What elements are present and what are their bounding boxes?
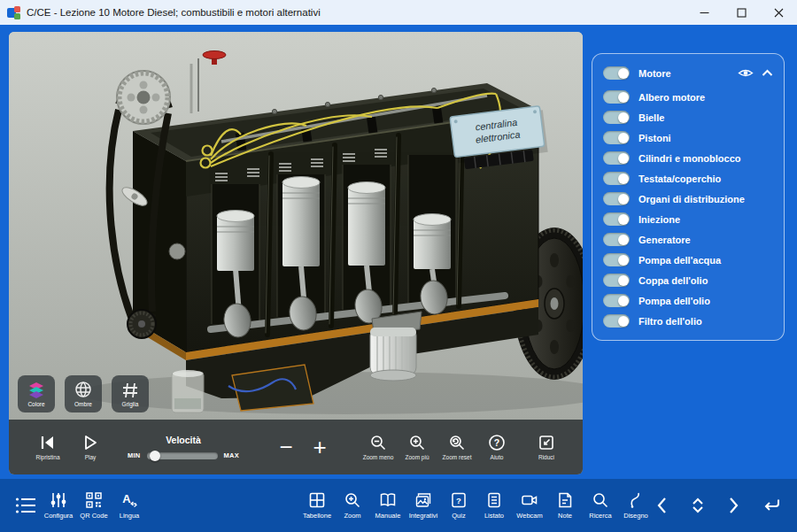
panel-row: Iniezione [603,209,773,229]
speed-slider-knob[interactable] [150,451,160,461]
toggle-pistoni[interactable] [603,131,630,144]
speed-control: Velocità MIN MAX [119,435,248,459]
ombre-label: Ombre [74,401,92,407]
nav-updown-button[interactable] [682,496,714,515]
toggle-generatore[interactable] [603,233,630,246]
play-button[interactable]: Play [71,434,110,460]
panel-row: Albero motore [603,87,773,107]
eye-icon[interactable] [738,67,754,79]
speed-increase-button[interactable]: + [303,438,337,456]
return-button[interactable] [753,496,790,515]
help-icon: ? [488,434,506,451]
play-icon [81,434,99,451]
zoom-reset-icon [448,434,466,451]
svg-text:A: A [122,492,131,505]
ombre-button[interactable]: Ombre [65,375,102,412]
zoom-in-icon [408,434,426,451]
oil-beaker [172,370,204,412]
lingua-button[interactable]: A Lingua [112,491,147,520]
listato-button[interactable]: Listato [476,491,512,520]
tabellone-button[interactable]: Tabellone [299,491,335,520]
chevrons-vertical-icon [688,496,708,515]
toggle-testata[interactable] [603,172,630,185]
webcam-button[interactable]: Webcam [512,491,547,520]
ricerca-button[interactable]: Ricerca [583,491,618,520]
table-grid-icon [308,491,326,509]
document-list-icon [485,491,503,509]
minimize-button[interactable] [685,0,723,25]
speed-slider[interactable] [147,452,218,459]
toggle-albero-motore[interactable] [603,90,630,104]
translate-icon: A [120,491,138,509]
toggle-filtro-olio[interactable] [603,314,630,328]
toggle-motore[interactable] [603,66,630,80]
panel-row: Coppa dell'olio [603,270,773,290]
quiz-button[interactable]: ? Quiz [441,491,476,520]
panel-row: Pompa dell'olio [603,290,773,311]
window-title: C/CE - Lezione 10 Motore Diesel; combust… [27,7,321,18]
sliders-icon [50,491,67,509]
menu-list-icon [14,496,37,515]
menu-button[interactable] [11,496,41,515]
speed-decrease-button[interactable]: − [269,438,303,456]
video-camera-icon [521,491,538,509]
quiz-card-icon: ? [450,491,468,509]
images-icon [414,491,432,509]
zoom-in-button[interactable]: Zoom più [398,434,436,460]
app-toolbar: Configura QR Code A Lingua Tabellone Zoo… [0,479,797,532]
magnifier-plus-icon [344,491,361,509]
help-button[interactable]: ? Aiuto [478,434,515,460]
minimize-icon [700,8,709,18]
panel-row: Pistoni [603,127,773,148]
maximize-icon [737,8,747,18]
engine-3d-scene[interactable]: centralina elettronica [9,32,583,420]
search-icon [592,491,609,509]
pen-icon [627,491,645,509]
panel-row: Testata/coperchio [603,168,773,189]
note-icon [556,491,574,509]
riduci-button[interactable]: Riduci [526,434,567,460]
collapse-chevron-icon[interactable] [762,69,773,77]
zoom-reset-button[interactable]: Zoom reset [436,434,478,460]
toggle-pompa-acqua[interactable] [603,253,630,266]
toggle-pompa-olio[interactable] [603,294,630,307]
ripristina-button[interactable]: Ripristina [25,434,71,460]
integrativi-button[interactable]: Integrativi [406,491,441,520]
chevron-right-icon [724,496,742,515]
skip-start-icon [38,434,58,451]
playback-controlbar: Ripristina Play Velocità MIN MAX − + Zoo… [9,420,583,474]
nav-next-button[interactable] [717,496,749,515]
grid-icon [120,381,140,400]
reduce-icon [538,434,555,451]
configura-button[interactable]: Configura [41,491,76,520]
engine-viewport: centralina elettronica [9,32,583,474]
griglia-button[interactable]: Griglia [112,375,149,412]
titlebar: C/CE - Lezione 10 Motore Diesel; combust… [0,0,797,25]
nav-previous-button[interactable] [646,496,678,515]
panel-row: Organi di distribuzione [603,189,773,209]
toggle-bielle[interactable] [603,111,630,124]
toggle-iniezione[interactable] [603,212,630,226]
speed-max-label: MAX [224,451,240,459]
note-button[interactable]: Note [547,491,583,520]
chevron-left-icon [654,496,671,515]
oil-filter [370,312,422,381]
toggle-coppa-olio[interactable] [603,274,630,287]
panel-header: Motore [603,61,773,85]
panel-title: Motore [638,68,671,79]
app-icon [7,6,20,19]
toggle-cilindri[interactable] [603,151,630,165]
maximize-button[interactable] [723,0,760,25]
manuale-button[interactable]: Manuale [370,491,406,520]
panel-row: Bielle [603,107,773,127]
speed-min-label: MIN [128,451,141,459]
colore-button[interactable]: Colore [18,375,55,412]
svg-text:?: ? [494,437,499,448]
return-arrow-icon [761,496,782,515]
toggle-distribuzione[interactable] [603,192,630,205]
zoom-out-button[interactable]: Zoom meno [358,434,398,460]
svg-text:?: ? [456,496,461,505]
qr-code-button[interactable]: QR Code [76,491,112,520]
zoom-button[interactable]: Zoom [335,491,370,520]
close-button[interactable] [760,0,797,25]
